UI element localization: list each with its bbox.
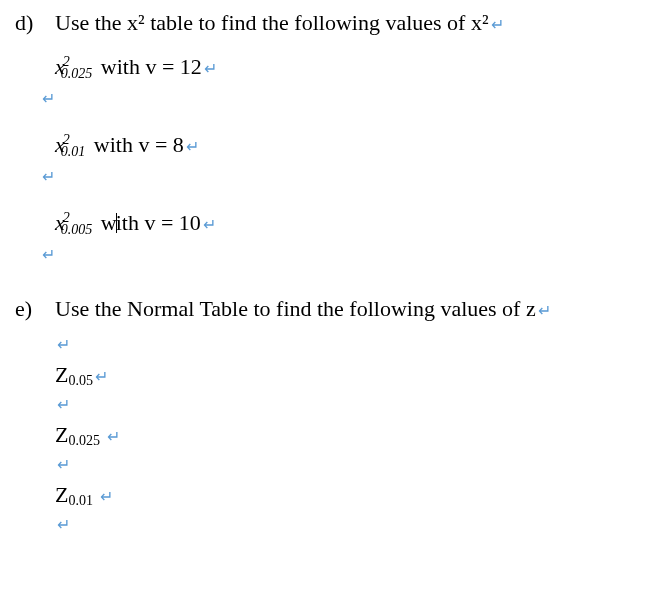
blank-line: ↵	[55, 510, 655, 536]
e-z1: Z0.05↵	[55, 362, 655, 388]
question-e-content: Use the Normal Table to find the followi…	[55, 296, 536, 321]
return-icon: ↵	[42, 89, 55, 108]
chi-squared-symbol: x20.01	[55, 132, 88, 158]
return-icon: ↵	[57, 395, 70, 414]
chi-squared-symbol: x20.005	[55, 210, 95, 236]
blank-line: ↵	[40, 240, 655, 266]
return-icon: ↵	[203, 215, 216, 234]
d-sub3-text-after: ith v = 10	[116, 210, 201, 235]
question-d-content: Use the x² table to find the following v…	[55, 10, 489, 35]
d-sub2: x20.01 with v = 8↵	[55, 132, 655, 158]
return-icon: ↵	[57, 335, 70, 354]
question-d-text: Use the x² table to find the following v…	[55, 10, 655, 36]
item-label-d: d)	[15, 10, 55, 36]
text-cursor	[116, 213, 117, 233]
return-icon: ↵	[107, 427, 120, 446]
d-sub1: x20.025 with v = 12↵	[55, 54, 655, 80]
blank-line: ↵	[55, 450, 655, 476]
d-sub1-text: with v = 12	[95, 54, 202, 79]
return-icon: ↵	[491, 15, 504, 34]
return-icon: ↵	[100, 487, 113, 506]
z1-sub: 0.05	[68, 373, 93, 388]
z-symbol: Z	[55, 362, 68, 387]
return-icon: ↵	[57, 455, 70, 474]
d-sub3: x20.005 with v = 10↵	[55, 210, 655, 236]
item-label-e: e)	[15, 296, 55, 322]
return-icon: ↵	[95, 367, 108, 386]
d-sub2-text: with v = 8	[88, 132, 184, 157]
return-icon: ↵	[204, 59, 217, 78]
z3-sub: 0.01	[68, 493, 93, 508]
z-symbol: Z	[55, 422, 68, 447]
question-d: d) Use the x² table to find the followin…	[15, 10, 655, 36]
return-icon: ↵	[42, 167, 55, 186]
return-icon: ↵	[538, 301, 551, 320]
blank-line: ↵	[40, 84, 655, 110]
e-z2: Z0.025 ↵	[55, 422, 655, 448]
z2-sub: 0.025	[68, 433, 100, 448]
blank-line: ↵	[40, 162, 655, 188]
return-icon: ↵	[42, 245, 55, 264]
z-symbol: Z	[55, 482, 68, 507]
question-e: e) Use the Normal Table to find the foll…	[15, 296, 655, 322]
e-z3: Z0.01 ↵	[55, 482, 655, 508]
d-sub3-text-before: w	[95, 210, 116, 235]
blank-line: ↵	[55, 390, 655, 416]
return-icon: ↵	[186, 137, 199, 156]
return-icon: ↵	[57, 515, 70, 534]
question-e-text: Use the Normal Table to find the followi…	[55, 296, 655, 322]
blank-line: ↵	[55, 330, 655, 356]
chi-squared-symbol: x20.025	[55, 54, 95, 80]
